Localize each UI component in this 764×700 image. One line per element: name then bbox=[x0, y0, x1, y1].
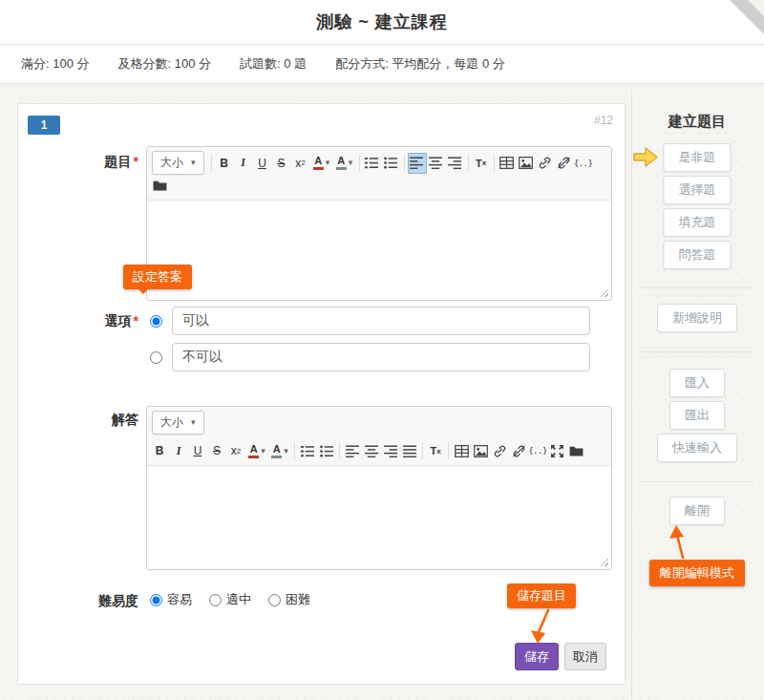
set-answer-callout: 設定答案 bbox=[123, 265, 192, 289]
save-button[interactable]: 儲存 bbox=[515, 643, 559, 670]
unlink-icon[interactable] bbox=[509, 440, 528, 461]
difficulty-hard-radio[interactable] bbox=[268, 594, 281, 606]
add-description-button[interactable]: 新增說明 bbox=[657, 304, 737, 332]
image-icon[interactable] bbox=[517, 153, 536, 174]
remove-format-icon[interactable]: Tx bbox=[472, 153, 491, 174]
toolbar-separator bbox=[404, 155, 405, 172]
folder-icon[interactable] bbox=[566, 440, 585, 461]
answer-editor: 大小 ▾ B I U S x2 A ▾ A ▾ bbox=[146, 406, 612, 570]
underline-icon[interactable]: U bbox=[188, 440, 207, 461]
background-color-bar bbox=[336, 167, 347, 170]
difficulty-medium-radio[interactable] bbox=[209, 594, 222, 606]
chevron-down-icon: ▾ bbox=[326, 159, 330, 167]
text-color-icon[interactable]: A ▾ bbox=[245, 440, 268, 461]
difficulty-medium-label: 適中 bbox=[226, 591, 251, 608]
info-question-count: 試題數: 0 題 bbox=[240, 55, 307, 73]
font-size-dropdown[interactable]: 大小 ▾ bbox=[152, 411, 204, 435]
quick-input-button[interactable]: 快速輸入 bbox=[657, 434, 737, 462]
sidebar-divider bbox=[641, 481, 753, 482]
sidebar-item-fill-blank[interactable]: 填充題 bbox=[664, 208, 732, 237]
align-right-icon[interactable] bbox=[446, 153, 465, 174]
cancel-button[interactable]: 取消 bbox=[564, 643, 606, 670]
chevron-down-icon: ▾ bbox=[191, 418, 196, 427]
bold-icon[interactable]: B bbox=[215, 153, 234, 174]
option-1-input[interactable] bbox=[172, 307, 590, 335]
resize-handle[interactable] bbox=[598, 556, 608, 566]
superscript-icon[interactable]: x2 bbox=[291, 153, 310, 174]
option-1-radio[interactable] bbox=[150, 315, 162, 328]
text-color-icon[interactable]: A ▾ bbox=[310, 153, 333, 174]
answer-editor-area[interactable] bbox=[147, 466, 611, 569]
italic-icon[interactable]: I bbox=[169, 440, 188, 461]
difficulty-easy-radio[interactable] bbox=[150, 594, 162, 606]
toolbar-separator bbox=[339, 442, 340, 459]
option-2-input[interactable] bbox=[172, 343, 590, 371]
toolbar-separator bbox=[211, 155, 212, 172]
underline-icon[interactable]: U bbox=[253, 153, 272, 174]
maximize-icon[interactable] bbox=[547, 440, 566, 461]
answer-label: 解答 bbox=[18, 412, 138, 429]
answer-editor-toolbar-row2: B I U S x2 A ▾ A ▾ Tx bbox=[147, 436, 611, 466]
option-row bbox=[150, 343, 590, 371]
bulleted-list-icon[interactable] bbox=[382, 153, 401, 174]
align-center-icon[interactable] bbox=[362, 440, 381, 461]
option-2-radio[interactable] bbox=[150, 351, 162, 364]
align-justify-icon[interactable] bbox=[400, 440, 419, 461]
bold-icon[interactable]: B bbox=[150, 440, 169, 461]
align-center-icon[interactable] bbox=[427, 153, 446, 174]
align-left-icon[interactable] bbox=[408, 153, 427, 174]
sidebar-item-essay[interactable]: 問答題 bbox=[664, 241, 732, 269]
toolbar-separator bbox=[494, 155, 495, 172]
difficulty-options: 容易 適中 困難 bbox=[150, 591, 310, 608]
bulleted-list-icon[interactable] bbox=[317, 440, 336, 461]
unlink-icon[interactable] bbox=[555, 153, 574, 174]
question-editor-area[interactable] bbox=[147, 201, 611, 300]
table-icon[interactable] bbox=[452, 440, 471, 461]
leave-button[interactable]: 離開 bbox=[669, 497, 725, 525]
strikethrough-icon[interactable]: S bbox=[272, 153, 291, 174]
header-bar: 測驗 ~ 建立課程 bbox=[0, 0, 764, 45]
resize-handle[interactable] bbox=[598, 286, 608, 297]
options-label-text: 選項 bbox=[105, 313, 132, 329]
info-max-score: 滿分: 100 分 bbox=[21, 55, 90, 73]
toolbar-separator bbox=[294, 442, 295, 459]
folder-icon[interactable] bbox=[150, 175, 169, 196]
background-color-letter: A bbox=[337, 156, 345, 166]
numbered-list-icon[interactable] bbox=[298, 440, 317, 461]
numbered-list-icon[interactable] bbox=[363, 153, 382, 174]
superscript-icon[interactable]: x2 bbox=[226, 440, 245, 461]
difficulty-easy-label: 容易 bbox=[167, 591, 192, 608]
difficulty-label: 難易度 bbox=[18, 593, 138, 610]
background-color-icon[interactable]: A ▾ bbox=[333, 153, 356, 174]
superscript-exp: 2 bbox=[237, 447, 241, 456]
align-right-icon[interactable] bbox=[381, 440, 400, 461]
link-icon[interactable] bbox=[536, 153, 555, 174]
remove-format-t: T bbox=[430, 445, 436, 456]
italic-icon[interactable]: I bbox=[234, 153, 253, 174]
save-question-arrow-icon bbox=[519, 608, 557, 647]
table-icon[interactable] bbox=[498, 153, 517, 174]
sidebar-item-true-false[interactable]: 是非題 bbox=[664, 143, 732, 172]
toolbar-separator bbox=[468, 155, 469, 172]
link-icon[interactable] bbox=[490, 440, 509, 461]
source-code-icon[interactable]: {..} bbox=[528, 440, 547, 461]
question-index-badge: 1 bbox=[28, 116, 60, 135]
corner-fold-inner bbox=[748, 0, 764, 16]
remove-format-icon[interactable]: Tx bbox=[426, 440, 445, 461]
strikethrough-icon[interactable]: S bbox=[207, 440, 226, 461]
align-left-icon[interactable] bbox=[343, 440, 362, 461]
page-title: 測驗 ~ 建立課程 bbox=[316, 11, 448, 33]
answer-editor-toolbar-row1: 大小 ▾ bbox=[147, 407, 611, 436]
background-color-icon[interactable]: A ▾ bbox=[268, 440, 291, 461]
sidebar-item-multiple-choice[interactable]: 選擇題 bbox=[664, 176, 732, 204]
export-button[interactable]: 匯出 bbox=[669, 401, 725, 430]
image-icon[interactable] bbox=[471, 440, 490, 461]
sidebar-title: 建立題目 bbox=[632, 113, 762, 131]
sidebar-divider bbox=[641, 287, 753, 288]
source-code-icon[interactable]: {..} bbox=[574, 153, 593, 174]
font-size-dropdown[interactable]: 大小 ▾ bbox=[152, 151, 204, 175]
leave-edit-mode-callout: 離開編輯模式 bbox=[649, 560, 745, 586]
info-pass-score: 及格分數: 100 分 bbox=[118, 55, 212, 73]
import-button[interactable]: 匯入 bbox=[669, 369, 725, 397]
toolbar-separator bbox=[359, 155, 360, 172]
